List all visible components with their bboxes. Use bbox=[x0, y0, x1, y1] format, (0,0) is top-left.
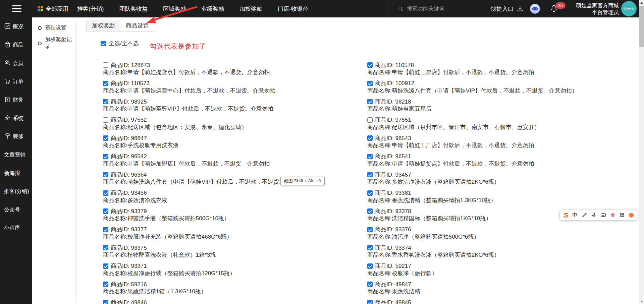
product-id-row: 商品ID: 93375 bbox=[103, 244, 367, 251]
tab-goods-settings[interactable]: 商品设置 bbox=[120, 20, 154, 31]
product-checkbox[interactable] bbox=[103, 154, 108, 159]
product-checkbox[interactable] bbox=[367, 208, 373, 214]
product-checkbox[interactable] bbox=[103, 81, 108, 86]
sidebar-item-label: 概况 bbox=[13, 23, 23, 31]
product-id-row: 商品ID: 100912 bbox=[367, 80, 578, 87]
product-checkbox[interactable] bbox=[103, 117, 108, 123]
product-item: 商品ID: 96541商品名称:申请【萌娃提货点】付款后，不退款，不退货。介意勿… bbox=[367, 153, 578, 168]
subsidebar-item-basic-settings[interactable]: 基础设置 bbox=[32, 20, 75, 36]
select-all-checkbox[interactable] bbox=[101, 41, 106, 46]
product-checkbox[interactable] bbox=[367, 300, 373, 304]
topbar-divider bbox=[387, 0, 387, 17]
tab-bar: 加权奖励商品设置 bbox=[86, 20, 154, 32]
sidebar-item-members[interactable]: 会员 bbox=[0, 54, 32, 73]
product-checkbox[interactable] bbox=[103, 245, 108, 250]
product-checkbox[interactable] bbox=[103, 190, 108, 196]
scroll-down-arrow[interactable] bbox=[639, 299, 644, 304]
nav-performance-reward[interactable]: 业绩奖励 bbox=[201, 5, 224, 13]
product-item: 商品ID: 96647商品名称:手洗校服专用洗衣液 bbox=[103, 134, 367, 149]
sidebar-item-finance[interactable]: 财务 bbox=[0, 91, 32, 109]
nav-all-apps[interactable]: 全部应用 bbox=[38, 0, 68, 17]
product-name-text: 商品名称:申请【萌娃运营中心】付款后，不退款，不退货。介意勿拍 bbox=[103, 87, 367, 95]
product-checkbox[interactable] bbox=[367, 263, 373, 269]
sidebar-item-mini-program[interactable]: 小程序 bbox=[0, 219, 32, 238]
product-id-row: 商品ID: 96543 bbox=[367, 134, 578, 142]
sogou-logo-icon[interactable]: S bbox=[563, 212, 569, 219]
subsidebar-item-weighted-reward-records[interactable]: 加权奖励记录 bbox=[32, 36, 75, 51]
sidebar-item-official-account[interactable]: 公众号 bbox=[0, 201, 32, 219]
download-icon[interactable] bbox=[517, 5, 524, 12]
product-checkbox[interactable] bbox=[103, 227, 108, 232]
sidebar-item-distribution[interactable]: 推客(分销) bbox=[0, 182, 32, 201]
scrollbar-thumb[interactable] bbox=[639, 6, 644, 47]
product-checkbox[interactable] bbox=[367, 227, 373, 232]
product-checkbox[interactable] bbox=[103, 99, 108, 104]
product-name-text: 商品名称:萌娃洗涤八件套（申请【萌娃VIP】付款后，不退款，不退货。介意勿拍） bbox=[367, 87, 578, 95]
chinese-mode-icon[interactable]: 中 bbox=[572, 212, 578, 219]
settings-dot-icon[interactable] bbox=[628, 212, 634, 219]
product-item: 商品ID: 49845 bbox=[367, 299, 578, 304]
sidebar-item-overview[interactable]: 概况 bbox=[0, 18, 32, 36]
product-checkbox[interactable] bbox=[103, 135, 108, 141]
assistant-robot-icon[interactable] bbox=[530, 4, 540, 14]
grid-icon[interactable] bbox=[619, 212, 625, 219]
sidebar-item-goods[interactable]: 商品 bbox=[0, 36, 32, 55]
mic-icon[interactable] bbox=[591, 212, 597, 219]
product-checkbox[interactable] bbox=[367, 62, 373, 68]
hamburger-menu-icon[interactable] bbox=[12, 5, 21, 12]
sidebar-item-decorate[interactable]: 装修 bbox=[0, 128, 32, 146]
product-item: 商品ID: 93377商品名称:校服净补充装（整箱购买请拍468G*6瓶） bbox=[103, 226, 367, 241]
product-checkbox[interactable] bbox=[103, 62, 108, 68]
product-name-text: 商品名称:多效洁净洗衣液（整箱购买请拍2KG*6瓶） bbox=[367, 178, 578, 186]
product-checkbox[interactable] bbox=[103, 263, 108, 269]
nav-region-reward[interactable]: 区域奖励 bbox=[163, 5, 186, 13]
product-id-row: 商品ID: 93377 bbox=[103, 226, 367, 233]
scroll-up-arrow[interactable] bbox=[639, 0, 644, 5]
product-name-text: 商品名称:申请【萌娃至尊VIP】付款后，不退款，不退货。介意勿拍 bbox=[103, 105, 367, 113]
product-id-text: 商品ID: 49847 bbox=[375, 281, 411, 288]
product-checkbox[interactable] bbox=[367, 154, 373, 159]
product-checkbox[interactable] bbox=[367, 81, 373, 86]
product-name-text: 商品名称:果蔬洗洁精（整箱购买请拍1.3KG*10瓶） bbox=[367, 197, 578, 204]
product-checkbox[interactable] bbox=[103, 172, 108, 177]
product-checkbox[interactable] bbox=[367, 99, 373, 104]
nav-tuike-distribution[interactable]: 推客(分销) bbox=[77, 5, 104, 13]
product-id-text: 商品ID: 110573 bbox=[111, 79, 150, 87]
sidebar-item-new-poster[interactable]: 新海报 bbox=[0, 164, 32, 183]
screenshot-hint-tooltip: 截图 Shift + Alt + A bbox=[280, 177, 325, 185]
nav-weighted-reward[interactable]: 加权奖励 bbox=[239, 5, 262, 13]
product-checkbox[interactable] bbox=[103, 208, 108, 214]
members-icon bbox=[4, 59, 11, 67]
product-id-text: 商品ID: 93375 bbox=[111, 244, 147, 252]
sidebar-item-label: 小程序 bbox=[4, 225, 20, 232]
search-icon bbox=[398, 6, 404, 12]
sidebar-item-orders[interactable]: 订单 bbox=[0, 73, 32, 91]
product-id-text: 商品ID: 93456 bbox=[111, 189, 147, 197]
nav-store-cashier[interactable]: 门店-收银台 bbox=[278, 5, 308, 13]
sidebar-item-label: 推客(分销) bbox=[4, 188, 29, 195]
sidebar-item-article-marketing[interactable]: 文章营销 bbox=[0, 146, 32, 164]
product-checkbox[interactable] bbox=[367, 245, 373, 250]
sidebar-item-system[interactable]: 系统 bbox=[0, 109, 32, 128]
search-input[interactable]: 搜索功能关键词 bbox=[398, 0, 444, 17]
product-checkbox[interactable] bbox=[367, 135, 373, 141]
vertical-scrollbar[interactable] bbox=[639, 0, 644, 304]
quick-entry-link[interactable]: 快捷入口 bbox=[491, 5, 514, 13]
petal-icon[interactable] bbox=[609, 212, 615, 219]
product-checkbox[interactable] bbox=[367, 282, 373, 287]
product-id-text: 商品ID: 100912 bbox=[375, 79, 414, 87]
product-checkbox[interactable] bbox=[367, 117, 373, 123]
keyboard-icon[interactable] bbox=[600, 212, 606, 219]
pen-icon[interactable] bbox=[581, 212, 587, 219]
product-checkbox[interactable] bbox=[103, 300, 108, 304]
nav-team-reward[interactable]: 团队奖收益 bbox=[119, 5, 148, 13]
product-checkbox[interactable] bbox=[367, 190, 373, 196]
topbar-divider bbox=[480, 0, 480, 17]
product-item: 商品ID: 96542商品名称:申请【萌娃加盟店】付款后，不退款，不退货。介意勿… bbox=[103, 153, 367, 168]
product-item: 商品ID: 98218商品名称:萌娃当家五星店 bbox=[367, 98, 578, 113]
avatar[interactable]: 萌娃当家 bbox=[621, 1, 637, 16]
product-name-text: 商品名称:抑菌洗手液（整箱购买请拍500G*10瓶） bbox=[103, 215, 367, 222]
product-checkbox[interactable] bbox=[367, 172, 373, 177]
tab-weighted-reward[interactable]: 加权奖励 bbox=[87, 20, 120, 31]
product-checkbox[interactable] bbox=[103, 282, 108, 287]
